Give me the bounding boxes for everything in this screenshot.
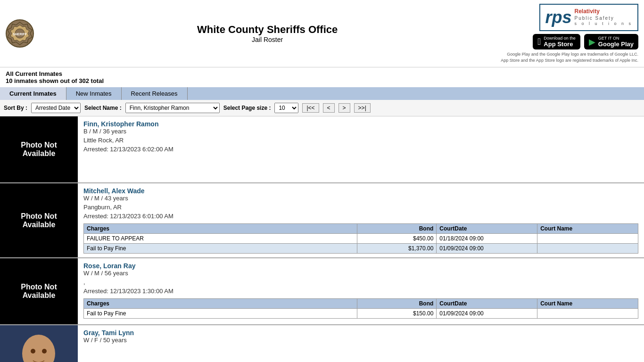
inmate-photo: Photo Not Available [0, 183, 78, 257]
inmate-demographics: W / F / 50 years [83, 337, 638, 344]
inmate-photo [0, 325, 78, 362]
inmate-details: Rose, Loran RayW / M / 56 years,Arrested… [78, 258, 644, 324]
header-left: SHERIFF [6, 19, 34, 48]
inmates-count: 10 inmates shown out of 302 total [6, 77, 638, 84]
header-center: White County Sheriffs Office Jail Roster [197, 24, 338, 43]
app-note-line2: App Store and the App Store logo are reg… [501, 58, 638, 64]
download-label: Download on the [544, 36, 576, 41]
inmate-row: Photo Not AvailableMitchell, Alex WadeW … [0, 183, 644, 258]
charge-court-name [537, 244, 638, 254]
charge-court-date: 01/09/2024 09:00 [437, 309, 537, 319]
inmate-details: Mitchell, Alex WadeW / M / 43 yearsPangb… [78, 183, 644, 257]
charge-court-date: 01/18/2024 09:00 [437, 234, 537, 244]
all-current-label: All Current Inmates [6, 70, 638, 77]
rps-text: rps [545, 8, 571, 27]
header-right: rps Relativity Public Safety s o l u t i… [501, 4, 638, 63]
inmate-name-link[interactable]: Finn, Kristopher Ramon [83, 120, 158, 128]
nav-next-button[interactable]: > [339, 103, 350, 113]
nav-first-button[interactable]: |<< [302, 103, 319, 113]
inmate-city: Little Rock, AR [83, 137, 638, 144]
rps-public: Public Safety [574, 15, 633, 21]
inmate-city: Pangburn, AR [83, 204, 638, 211]
inmate-name-link[interactable]: Rose, Loran Ray [83, 262, 135, 270]
inmate-demographics: W / M / 43 years [83, 195, 638, 202]
inmate-name-link[interactable]: Gray, Tami Lynn [83, 329, 134, 337]
google-label: GET IT ON [598, 36, 634, 41]
app-store-name: App Store [544, 41, 576, 48]
rps-logo: rps Relativity Public Safety s o l u t i… [539, 4, 638, 31]
svg-text:SHERIFF: SHERIFF [13, 33, 27, 36]
svg-point-7 [31, 349, 35, 354]
name-select[interactable]: Finn, Kristopher Ramon [125, 103, 220, 113]
sort-by-label: Sort By : [4, 105, 27, 111]
inmate-demographics: W / M / 56 years [83, 270, 638, 277]
nav-prev-button[interactable]: < [323, 103, 335, 113]
nav-last-button[interactable]: >>| [354, 103, 371, 113]
photo-not-available-text: Photo Not Available [5, 212, 73, 229]
col-header-bond: Bond [357, 224, 437, 234]
col-header-bond: Bond [357, 299, 437, 309]
charge-name: FAILURE TO APPEAR [84, 234, 357, 244]
svg-point-8 [42, 349, 47, 354]
select-name-label: Select Name : [84, 105, 122, 111]
charge-court-name [537, 309, 638, 319]
app-note-line1: Google Play and the Google Play logo are… [501, 51, 638, 58]
app-store-button[interactable]:  Download on the App Store [533, 34, 580, 49]
charge-name: Fail to Pay Fine [84, 309, 357, 319]
col-header-charges: Charges [84, 299, 357, 309]
col-header-charges: Charges [84, 224, 357, 234]
inmate-arrested-date: Arrested: 12/13/2023 1:30:00 AM [83, 288, 638, 295]
page-header: SHERIFF White County Sheriffs Office Jai… [0, 0, 644, 67]
tab-recent-releases[interactable]: Recent Releases [122, 87, 188, 100]
google-play-name: Google Play [598, 41, 634, 48]
rps-solutions: s o l u t i o n s [574, 21, 633, 27]
office-name: White County Sheriffs Office [197, 24, 338, 36]
inmate-row: Photo Not AvailableFinn, Kristopher Ramo… [0, 116, 644, 183]
inmate-arrested-date: Arrested: 12/13/2023 6:02:00 AM [83, 146, 638, 153]
col-header-court_date: CourtDate [437, 224, 537, 234]
charge-bond: $450.00 [357, 234, 437, 244]
office-subtitle: Jail Roster [197, 36, 338, 43]
inmate-demographics: B / M / 36 years [83, 128, 638, 135]
sort-by-select[interactable]: Arrested Date [31, 103, 81, 113]
inmate-arrested-date: Arrested: 12/13/2023 6:01:00 AM [83, 213, 638, 220]
nav-tabs: Current Inmates New Inmates Recent Relea… [0, 87, 644, 100]
page-size-select[interactable]: 10 25 50 100 [274, 103, 298, 113]
charge-row: Fail to Pay Fine$150.0001/09/2024 09:00 [84, 309, 638, 319]
inmate-photo: Photo Not Available [0, 258, 78, 324]
photo-not-available-text: Photo Not Available [5, 141, 73, 158]
charge-row: Fail to Pay Fine$1,370.0001/09/2024 09:0… [84, 244, 638, 254]
inmate-list: Photo Not AvailableFinn, Kristopher Ramo… [0, 116, 644, 362]
inmate-details: Gray, Tami LynnW / F / 50 years [78, 325, 644, 362]
inmate-details: Finn, Kristopher RamonB / M / 36 yearsLi… [78, 116, 644, 182]
charge-bond: $1,370.00 [357, 244, 437, 254]
inmate-city: , [83, 279, 638, 286]
inmates-summary: All Current Inmates 10 inmates shown out… [0, 67, 644, 87]
sheriff-badge: SHERIFF [6, 19, 34, 48]
rps-relativity: Relativity [574, 8, 633, 16]
charges-table: ChargesBondCourtDateCourt NameFAILURE TO… [83, 223, 638, 254]
tab-current-inmates[interactable]: Current Inmates [0, 87, 66, 100]
charge-bond: $150.00 [357, 309, 437, 319]
page-size-label: Select Page size : [223, 105, 271, 111]
inmate-name-link[interactable]: Mitchell, Alex Wade [83, 187, 145, 195]
controls-bar: Sort By : Arrested Date Select Name : Fi… [0, 100, 644, 116]
rps-subtext: Relativity Public Safety s o l u t i o n… [574, 8, 633, 27]
charge-court-name [537, 234, 638, 244]
col-header-court_name: Court Name [537, 299, 638, 309]
col-header-court_date: CourtDate [437, 299, 537, 309]
inmate-row: Photo Not AvailableRose, Loran RayW / M … [0, 258, 644, 325]
charge-row: FAILURE TO APPEAR$450.0001/18/2024 09:00 [84, 234, 638, 244]
inmate-row: Gray, Tami LynnW / F / 50 years [0, 325, 644, 362]
photo-not-available-text: Photo Not Available [5, 283, 73, 300]
tab-new-inmates[interactable]: New Inmates [66, 87, 122, 100]
col-header-court_name: Court Name [537, 224, 638, 234]
app-note: Google Play and the Google Play logo are… [501, 51, 638, 63]
charges-table: ChargesBondCourtDateCourt NameFail to Pa… [83, 298, 638, 319]
inmate-photo: Photo Not Available [0, 116, 78, 182]
google-play-icon: ▶ [589, 37, 595, 47]
charge-court-date: 01/09/2024 09:00 [437, 244, 537, 254]
apple-icon:  [537, 36, 541, 47]
google-play-button[interactable]: ▶ GET IT ON Google Play [584, 34, 638, 49]
charge-name: Fail to Pay Fine [84, 244, 357, 254]
